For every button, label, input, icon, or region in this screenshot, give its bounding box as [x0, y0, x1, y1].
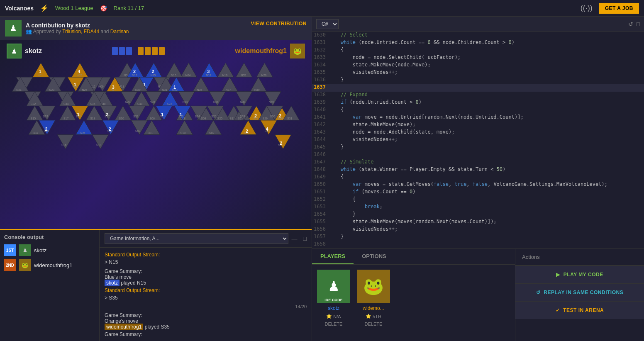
- rank-badge-1st: 1ST: [4, 244, 16, 256]
- code-line-1640: 1640 {: [312, 107, 644, 114]
- svg-text:S26: S26: [211, 115, 216, 118]
- player1-delete-button[interactable]: DELETE: [325, 322, 343, 326]
- league-icon: ⚡: [40, 4, 49, 12]
- left-panel: ♟ A contribution by skotz 👥 Approved by …: [0, 17, 312, 341]
- code-line-1645: 1645 }: [312, 144, 644, 151]
- code-line-1642: 1642 state.MakeMove(move);: [312, 122, 644, 129]
- svg-text:S39: S39: [133, 115, 138, 118]
- code-content[interactable]: 1630 // Select 1631 while (node.Untried.…: [312, 32, 644, 248]
- code-line-1658: 1658: [312, 241, 644, 248]
- svg-text:S05: S05: [80, 132, 85, 134]
- cell-N36: [209, 92, 226, 106]
- code-line-1630: 1630 // Select: [312, 32, 644, 39]
- play-my-code-button[interactable]: ▶ PLAY MY CODE: [515, 265, 644, 283]
- token-bar-left: [112, 47, 165, 55]
- svg-text:N37: N37: [226, 88, 231, 91]
- svg-text:N40: N40: [269, 100, 274, 103]
- svg-text:S06: S06: [150, 117, 155, 120]
- svg-text:S19: S19: [96, 144, 101, 146]
- rank-item-1: 1ST ♟ skotz: [4, 244, 95, 256]
- svg-text:S30: S30: [270, 115, 275, 118]
- language-selector[interactable]: C#: [316, 19, 339, 29]
- svg-text:1: 1: [39, 69, 41, 74]
- code-line-1643: 1643 node = node.AddChild(state, move);: [312, 129, 644, 136]
- svg-text:2: 2: [106, 112, 108, 117]
- svg-text:N21: N21: [16, 88, 22, 91]
- contrib-icon: ♟: [5, 20, 22, 37]
- rank1-name: skotz: [34, 247, 46, 253]
- svg-text:3: 3: [207, 69, 210, 74]
- svg-text:2: 2: [45, 127, 47, 132]
- summary-3: Game Summary: Orange's move widemouthfro…: [105, 312, 307, 330]
- svg-text:3: 3: [112, 85, 115, 90]
- game-info-dropdown[interactable]: Game information, A...: [105, 233, 288, 244]
- svg-text:N31: N31: [162, 88, 167, 91]
- player2-delete-button[interactable]: DELETE: [365, 322, 383, 326]
- cell-N38: [236, 92, 252, 106]
- cell-S37: [100, 106, 117, 120]
- svg-text:S29: S29: [263, 117, 268, 120]
- svg-text:N23: N23: [49, 88, 54, 91]
- minimize-button[interactable]: —: [292, 235, 298, 242]
- svg-text:S17: S17: [63, 117, 68, 120]
- svg-text:S28: S28: [240, 115, 245, 118]
- svg-text:1: 1: [77, 112, 80, 117]
- svg-text:N35: N35: [197, 88, 202, 91]
- code-line-1651: 1651 if (moves.Count == 0): [312, 189, 644, 196]
- svg-text:S33: S33: [43, 115, 48, 118]
- svg-text:N36: N36: [213, 100, 219, 103]
- cell-N40: [265, 92, 281, 106]
- play-icon: ▶: [556, 272, 560, 278]
- main-layout: ♟ A contribution by skotz 👥 Approved by …: [0, 17, 644, 341]
- player2-card-name[interactable]: widemo...: [363, 305, 384, 311]
- player2-avatar: 🐸: [290, 44, 305, 58]
- svg-text:N13: N13: [132, 74, 137, 77]
- game-area: ♟ skotz widemouthfrog1 🐸: [0, 40, 312, 229]
- view-contribution-button[interactable]: VIEW CONTRIBUTION: [251, 21, 307, 27]
- svg-text:N02: N02: [77, 74, 82, 77]
- code-line-1657: 1657 }: [312, 234, 644, 241]
- token-orange-2: [145, 47, 151, 55]
- ide-code-badge: IDE CODE: [317, 297, 350, 303]
- player1-card-name[interactable]: skotz: [328, 305, 339, 311]
- player1-avatar: ♟: [7, 44, 22, 58]
- tab-options[interactable]: OPTIONS: [354, 249, 395, 264]
- svg-text:S22: S22: [167, 102, 172, 105]
- svg-text:1: 1: [173, 85, 176, 90]
- svg-text:S16: S16: [61, 144, 66, 146]
- svg-text:N16: N16: [171, 74, 176, 77]
- game-title: Volcanoes: [5, 5, 34, 12]
- code-line-1639: 1639 if (node.Untried.Count > 0): [312, 99, 644, 107]
- fullscreen-button[interactable]: □: [637, 21, 640, 27]
- replay-icon: ↺: [536, 290, 541, 295]
- token-blue-3: [126, 47, 132, 55]
- replay-button[interactable]: ↺ REPLAY IN SAME CONDITIONS: [515, 283, 644, 301]
- svg-text:N39: N39: [254, 88, 260, 91]
- svg-text:S32: S32: [31, 102, 36, 105]
- game-info-content: Standard Output Stream: > N15 Game Summa…: [100, 248, 312, 341]
- svg-text:S01: S01: [148, 132, 153, 134]
- code-line-1647: 1647 // Simulate: [312, 159, 644, 166]
- get-job-button[interactable]: GET A JOB: [599, 3, 639, 14]
- svg-text:S02: S02: [209, 132, 214, 134]
- refresh-button[interactable]: ↺: [628, 21, 633, 27]
- game-info-panel: Game information, A... — □ Standard Outp…: [100, 230, 312, 341]
- svg-text:S04: S04: [33, 132, 38, 134]
- svg-text:2: 2: [254, 113, 257, 118]
- player2-card-rank: ⭐ 5TH: [366, 314, 381, 319]
- test-arena-button[interactable]: ✓ TEST IN ARENA: [515, 301, 644, 319]
- cell-S16-lower: [57, 135, 74, 149]
- code-line-1633: 1633 node = node.SelectChild(_ucbFactor)…: [312, 54, 644, 62]
- console-panel: Console output 1ST ♟ skotz 2ND 🐸 widemou…: [0, 230, 100, 341]
- players-panel: PLAYERS OPTIONS ♟ IDE CODE skotz ⭐ N/A: [312, 249, 515, 341]
- tab-players[interactable]: PLAYERS: [312, 249, 354, 264]
- progress-container: 14/20: [105, 304, 307, 309]
- svg-text:S18: S18: [90, 117, 95, 120]
- contribution-header: ♟ A contribution by skotz 👥 Approved by …: [0, 17, 312, 40]
- svg-text:N28: N28: [125, 100, 130, 103]
- svg-text:N20: N20: [261, 74, 267, 77]
- maximize-button[interactable]: □: [303, 235, 307, 242]
- output-label-1: Standard Output Stream:: [105, 252, 307, 258]
- cell-S39: [129, 106, 146, 120]
- rank-item-2: 2ND 🐸 widemouthfrog1: [4, 259, 95, 271]
